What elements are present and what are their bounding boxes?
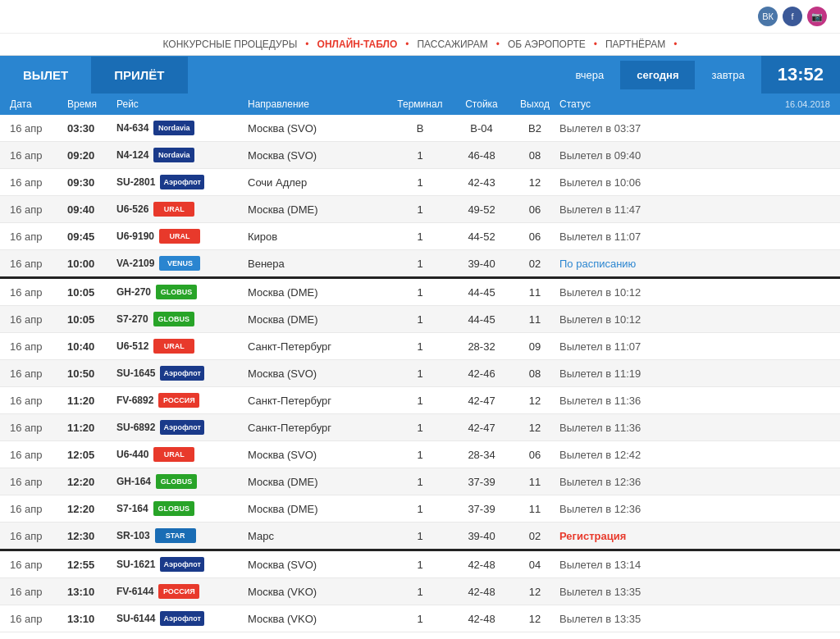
- flight-code-cell: GH-164 GLOBUS: [116, 474, 248, 489]
- flight-time: 13:10: [67, 613, 116, 625]
- vk-icon[interactable]: ВК: [758, 7, 778, 26]
- airline-logo: URAL: [159, 229, 200, 244]
- flight-terminal: 1: [387, 422, 453, 434]
- flight-desk: 28-34: [453, 449, 510, 461]
- airline-logo: GLOBUS: [153, 501, 194, 516]
- airline-logo: Nordavia: [153, 148, 194, 162]
- flight-direction: Сочи Адлер: [248, 176, 387, 189]
- flight-direction: Москва (DME): [248, 476, 387, 488]
- flight-status: Регистрация: [559, 530, 830, 542]
- flight-time: 12:05: [67, 449, 116, 461]
- flight-direction: Киров: [248, 230, 387, 243]
- flight-time: 09:40: [67, 203, 116, 216]
- flight-gate: 06: [510, 203, 559, 216]
- flight-time: 10:05: [67, 313, 116, 326]
- flight-date: 16 апр: [10, 230, 67, 243]
- day-today[interactable]: сегодня: [620, 61, 695, 89]
- flight-gate: 11: [510, 286, 559, 299]
- table-row: 16 апр 12:55 SU-1621 Аэрофлот Москва (SV…: [0, 551, 840, 578]
- flight-terminal: 1: [387, 176, 453, 189]
- flight-terminal: 1: [387, 613, 453, 625]
- day-tomorrow[interactable]: завтра: [695, 61, 760, 89]
- flight-desk: 44-45: [453, 313, 510, 326]
- flight-terminal: 1: [387, 449, 453, 461]
- flight-code-cell: S7-164 GLOBUS: [116, 501, 248, 516]
- flight-direction: Москва (SVO): [248, 559, 387, 571]
- flight-date: 16 апр: [10, 395, 67, 407]
- col-header-time: Время: [67, 98, 116, 110]
- airline-logo: GLOBUS: [156, 285, 197, 299]
- flight-gate: 08: [510, 367, 559, 380]
- tab-arrival[interactable]: ПРИЛЁТ: [91, 57, 187, 94]
- day-yesterday[interactable]: вчера: [559, 61, 621, 89]
- flight-terminal: 1: [387, 586, 453, 598]
- flight-desk: 42-47: [453, 422, 510, 434]
- table-row: 16 апр 10:05 S7-270 GLOBUS Москва (DME) …: [0, 306, 840, 333]
- flight-terminal: 1: [387, 286, 453, 299]
- flight-direction: Москва (DME): [248, 503, 387, 515]
- nav-konkurs[interactable]: КОНКУРСНЫЕ ПРОЦЕДУРЫ: [163, 39, 298, 50]
- flight-code-cell: SU-6892 Аэрофлот: [116, 420, 248, 435]
- flight-date: 16 апр: [10, 258, 67, 270]
- flight-desk: B-04: [453, 122, 510, 135]
- flight-time: 12:55: [67, 559, 116, 571]
- flight-code-cell: N4-124 Nordavia: [116, 148, 248, 162]
- nav-airport[interactable]: ОБ АЭРОПОРТЕ: [508, 39, 586, 50]
- flight-desk: 39-40: [453, 530, 510, 542]
- airline-logo: VENUS: [159, 256, 200, 271]
- flight-number: VA-2109: [116, 258, 154, 269]
- flight-direction: Санкт-Петербург: [248, 395, 387, 407]
- nav-online[interactable]: ОНЛАЙН-ТАБЛО: [317, 39, 398, 50]
- flight-terminal: 1: [387, 230, 453, 243]
- flight-desk: 42-47: [453, 395, 510, 407]
- flight-status: Вылетел в 10:06: [559, 176, 830, 189]
- flight-status: Вылетел в 11:36: [559, 422, 830, 434]
- flight-code-cell: SU-1621 Аэрофлот: [116, 557, 248, 572]
- airline-logo: URAL: [153, 339, 194, 354]
- flight-date: 16 апр: [10, 313, 67, 326]
- fb-icon[interactable]: f: [783, 7, 802, 26]
- flight-code-cell: SU-2801 Аэрофлот: [116, 175, 248, 189]
- flight-desk: 42-48: [453, 613, 510, 625]
- flight-gate: B2: [510, 122, 559, 135]
- table-row: 16 апр 12:05 U6-440 URAL Москва (SVO) 1 …: [0, 441, 840, 468]
- flight-code-cell: N4-634 Nordavia: [116, 121, 248, 135]
- flight-time: 10:40: [67, 340, 116, 353]
- flight-terminal: 1: [387, 340, 453, 353]
- flight-gate: 11: [510, 313, 559, 326]
- nav-passengers[interactable]: ПАССАЖИРАМ: [417, 39, 487, 50]
- flight-date: 16 апр: [10, 613, 67, 625]
- day-nav: вчера сегодня завтра 13:52: [559, 56, 840, 94]
- flight-status: Вылетел в 13:35: [559, 586, 830, 598]
- flight-direction: Москва (SVO): [248, 367, 387, 380]
- tab-bar: ВЫЛЕТ ПРИЛЁТ вчера сегодня завтра 13:52: [0, 56, 840, 94]
- flight-gate: 11: [510, 503, 559, 515]
- flight-gate: 04: [510, 559, 559, 571]
- flight-status: Вылетел в 11:07: [559, 230, 830, 243]
- flight-code-cell: SU-6144 Аэрофлот: [116, 611, 248, 626]
- flight-direction: Москва (DME): [248, 286, 387, 299]
- flight-desk: 42-46: [453, 367, 510, 380]
- flight-time: 09:45: [67, 230, 116, 243]
- airline-logo: Аэрофлот: [160, 366, 204, 381]
- flight-terminal: 1: [387, 313, 453, 326]
- nav-partners[interactable]: ПАРТНЁРАМ: [605, 39, 665, 50]
- flight-desk: 37-39: [453, 476, 510, 488]
- flight-direction: Марс: [248, 530, 387, 542]
- flight-direction: Санкт-Петербург: [248, 340, 387, 353]
- flight-time: 09:30: [67, 176, 116, 189]
- flight-code-cell: U6-526 URAL: [116, 202, 248, 217]
- ig-icon[interactable]: 📷: [807, 7, 827, 26]
- flight-date: 16 апр: [10, 149, 67, 162]
- flight-number: FV-6144: [116, 586, 153, 597]
- flight-code-cell: S7-270 GLOBUS: [116, 312, 248, 326]
- flight-status: Вылетел в 10:12: [559, 286, 830, 299]
- flight-status: По расписанию: [559, 258, 830, 270]
- flight-gate: 06: [510, 449, 559, 461]
- tab-departure[interactable]: ВЫЛЕТ: [0, 57, 91, 94]
- airline-logo: Nordavia: [153, 121, 194, 135]
- flight-status: Вылетел в 12:42: [559, 449, 830, 461]
- flight-status: Вылетел в 11:19: [559, 367, 830, 380]
- current-date: 16.04.2018: [785, 99, 830, 109]
- flight-gate: 02: [510, 258, 559, 270]
